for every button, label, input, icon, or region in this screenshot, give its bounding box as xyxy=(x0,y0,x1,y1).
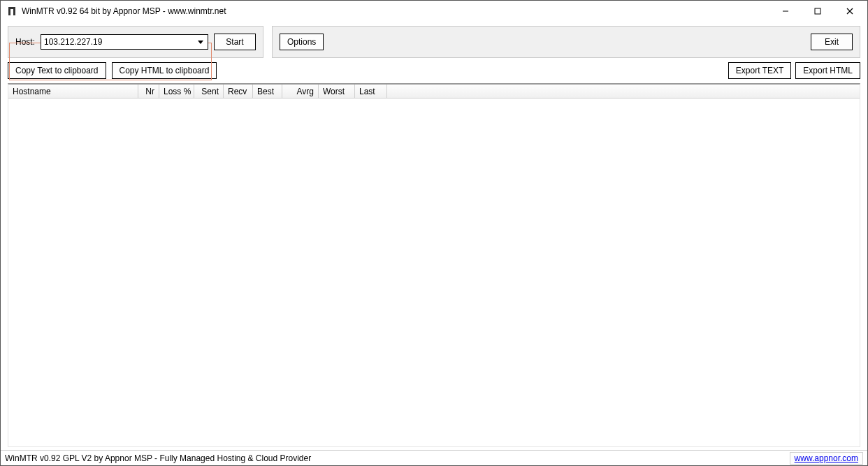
start-button[interactable]: Start xyxy=(214,34,256,50)
export-text-button[interactable]: Export TEXT xyxy=(728,62,791,79)
svg-line-5 xyxy=(847,8,853,14)
col-worst[interactable]: Worst xyxy=(319,85,355,98)
client-area: Host: 103.212.227.19 Start Options Exit xyxy=(1,22,867,465)
export-html-label: Export HTML xyxy=(803,66,853,75)
exit-button-label: Exit xyxy=(825,37,839,47)
minimize-button[interactable] xyxy=(769,1,802,22)
results-grid: Hostname Nr Loss % Sent Recv Best Avrg W… xyxy=(8,83,860,447)
toolbar-row-2: Copy Text to clipboard Copy HTML to clip… xyxy=(1,59,867,83)
maximize-button[interactable] xyxy=(802,1,834,22)
col-nr[interactable]: Nr xyxy=(138,85,159,98)
copy-html-button[interactable]: Copy HTML to clipboard xyxy=(112,62,217,79)
copy-html-label: Copy HTML to clipboard xyxy=(120,66,210,75)
col-avrg[interactable]: Avrg xyxy=(282,85,319,98)
col-best[interactable]: Best xyxy=(253,85,282,98)
statusbar: WinMTR v0.92 GPL V2 by Appnor MSP - Full… xyxy=(1,450,867,465)
options-button-label: Options xyxy=(287,37,316,47)
col-recv[interactable]: Recv xyxy=(224,85,253,98)
export-text-label: Export TEXT xyxy=(736,66,783,75)
export-html-button[interactable]: Export HTML xyxy=(795,62,860,79)
grid-body xyxy=(8,99,860,446)
copy-text-button[interactable]: Copy Text to clipboard xyxy=(8,62,106,79)
toolbar-row-1: Host: 103.212.227.19 Start Options Exit xyxy=(1,22,867,59)
host-panel: Host: 103.212.227.19 Start xyxy=(8,26,263,58)
app-icon xyxy=(6,6,17,17)
col-hostname[interactable]: Hostname xyxy=(8,85,138,98)
options-panel: Options Exit xyxy=(272,26,860,58)
svg-rect-2 xyxy=(8,7,15,9)
window-controls xyxy=(769,1,866,22)
svg-line-6 xyxy=(847,8,853,14)
copy-text-label: Copy Text to clipboard xyxy=(15,66,99,75)
col-last[interactable]: Last xyxy=(355,85,387,98)
status-link[interactable]: www.appnor.com xyxy=(795,453,858,463)
svg-marker-7 xyxy=(198,41,203,44)
app-window: WinMTR v0.92 64 bit by Appnor MSP - www.… xyxy=(0,0,868,466)
chevron-down-icon[interactable] xyxy=(195,36,206,48)
grid-header: Hostname Nr Loss % Sent Recv Best Avrg W… xyxy=(8,85,860,99)
options-button[interactable]: Options xyxy=(280,34,324,50)
host-combobox[interactable]: 103.212.227.19 xyxy=(41,34,208,50)
col-loss[interactable]: Loss % xyxy=(159,85,194,98)
host-value: 103.212.227.19 xyxy=(44,37,102,47)
col-sent[interactable]: Sent xyxy=(194,85,224,98)
close-button[interactable] xyxy=(834,1,866,22)
window-title: WinMTR v0.92 64 bit by Appnor MSP - www.… xyxy=(22,6,226,16)
exit-button[interactable]: Exit xyxy=(811,34,853,50)
status-text: WinMTR v0.92 GPL V2 by Appnor MSP - Full… xyxy=(5,453,311,463)
svg-rect-4 xyxy=(815,8,820,14)
host-label: Host: xyxy=(15,37,35,47)
titlebar: WinMTR v0.92 64 bit by Appnor MSP - www.… xyxy=(1,1,867,22)
start-button-label: Start xyxy=(226,37,243,47)
